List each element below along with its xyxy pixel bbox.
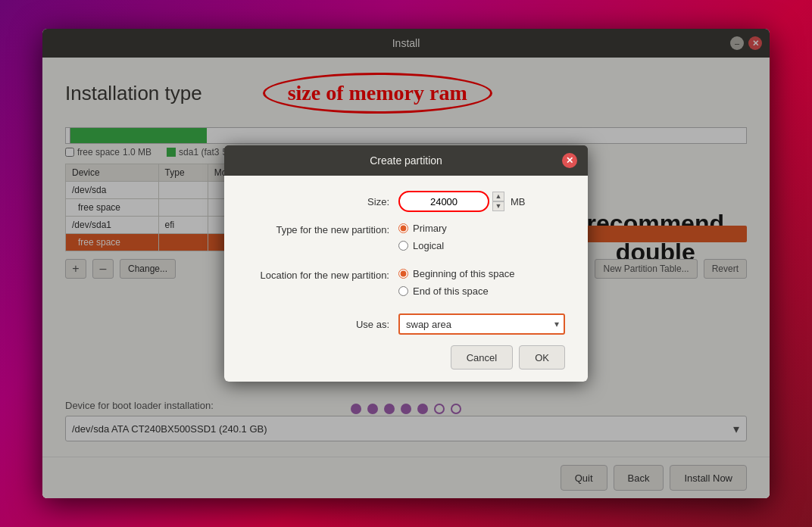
partition-location-options: Beginning of this space End of this spac… bbox=[398, 268, 514, 303]
radio-primary-label: Primary bbox=[413, 223, 447, 234]
main-window: Install – ✕ Installation type size of me… bbox=[42, 29, 770, 498]
partition-type-label: Type for the new partition: bbox=[247, 224, 398, 235]
partition-location-label: Location for the new partition: bbox=[247, 270, 398, 281]
size-decrement-button[interactable]: ▼ bbox=[492, 201, 504, 211]
partition-location-row: Location for the new partition: Beginnin… bbox=[247, 268, 565, 303]
radio-beginning-label: Beginning of this space bbox=[413, 268, 514, 279]
size-input-group: ▲ ▼ MB bbox=[398, 191, 526, 212]
radio-primary-input[interactable] bbox=[398, 223, 408, 233]
radio-logical-label: Logical bbox=[413, 240, 444, 251]
radio-logical: Logical bbox=[398, 240, 447, 251]
cancel-button[interactable]: Cancel bbox=[451, 345, 513, 370]
partition-type-row: Type for the new partition: Primary Logi… bbox=[247, 223, 565, 257]
radio-beginning: Beginning of this space bbox=[398, 268, 514, 279]
size-stepper: ▲ ▼ bbox=[492, 192, 504, 211]
use-as-row: Use as: swap area Ext4 journaling file s… bbox=[247, 313, 565, 335]
partition-type-options: Primary Logical bbox=[398, 223, 447, 257]
radio-end-label: End of this space bbox=[413, 285, 489, 297]
dialog-buttons: Cancel OK bbox=[247, 345, 565, 370]
dialog-close-button[interactable]: ✕ bbox=[562, 153, 577, 168]
use-as-wrapper: swap area Ext4 journaling file system Ex… bbox=[398, 313, 565, 335]
dialog-overlay: Create partition ✕ Size: ▲ ▼ MB bbox=[42, 29, 770, 498]
use-as-label: Use as: bbox=[247, 319, 398, 330]
dialog-title: Create partition bbox=[250, 154, 562, 167]
size-input[interactable] bbox=[398, 191, 489, 212]
radio-primary: Primary bbox=[398, 223, 447, 234]
dialog-titlebar: Create partition ✕ bbox=[224, 145, 588, 176]
radio-logical-input[interactable] bbox=[398, 241, 408, 251]
size-label: Size: bbox=[247, 196, 398, 207]
radio-end-input[interactable] bbox=[398, 286, 408, 296]
size-row: Size: ▲ ▼ MB bbox=[247, 191, 565, 212]
ok-button[interactable]: OK bbox=[519, 345, 565, 370]
size-unit: MB bbox=[511, 196, 526, 207]
use-as-select[interactable]: swap area Ext4 journaling file system Ex… bbox=[398, 313, 565, 335]
dialog-body: Size: ▲ ▼ MB Type for the new partition: bbox=[224, 176, 588, 382]
size-increment-button[interactable]: ▲ bbox=[492, 192, 504, 201]
radio-beginning-input[interactable] bbox=[398, 269, 408, 279]
radio-end: End of this space bbox=[398, 285, 514, 297]
create-partition-dialog: Create partition ✕ Size: ▲ ▼ MB bbox=[224, 145, 588, 382]
